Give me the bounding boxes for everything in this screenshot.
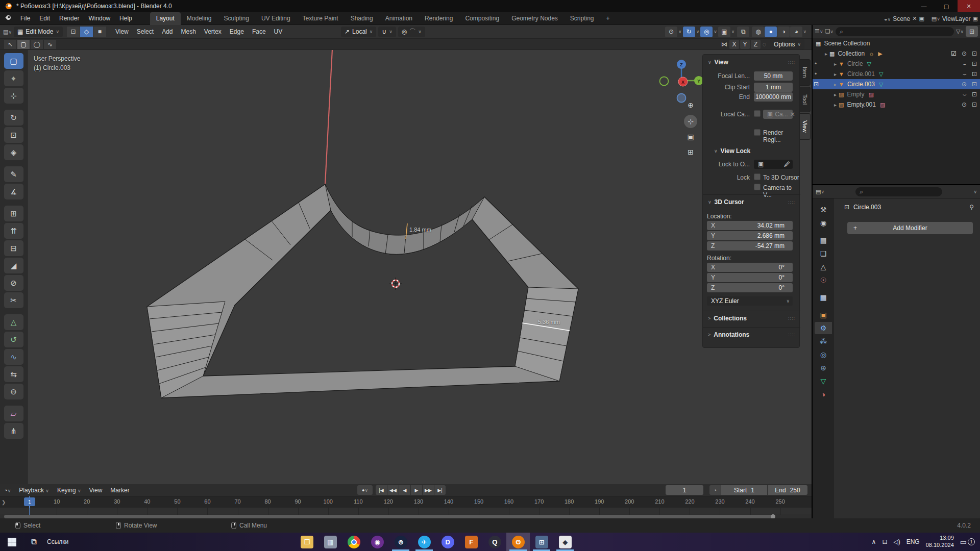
outliner-filter-icon[interactable]: ▽∨ [956,28,964,35]
select-circle-button[interactable]: ◯ [31,40,43,49]
timeline-ruler[interactable]: 1020304050607080901001101201301401501601… [0,496,812,508]
tool-transform[interactable]: ◈ [4,144,23,160]
add-modifier-button[interactable]: + Add Modifier [847,222,973,234]
cursor-location-z-field[interactable]: Z-54.27 mm [707,241,793,251]
focal-length-field[interactable]: 50 mm [754,71,793,81]
viewport-menu-mesh[interactable]: Mesh [177,28,200,35]
gizmo-z-neg-axis[interactable] [677,94,686,103]
outliner-row-empty[interactable]: ▸▨Empty▨⌣⊡ [813,89,980,99]
timeline-scrollbar[interactable] [4,515,774,518]
workspace-tab-shading[interactable]: Shading [345,12,379,25]
select-box-button[interactable]: ▢ [17,40,30,49]
viewport-menu-uv[interactable]: UV [270,28,287,35]
snap-dropdown[interactable]: ∪∨ [378,27,396,37]
viewport-menu-view[interactable]: View [111,28,133,35]
tab-collection[interactable]: ▦ [815,291,832,304]
shading-solid-button[interactable]: ● [765,27,777,37]
tool-measure[interactable]: ∡ [4,184,23,199]
tool-scale[interactable]: ⊡ [4,127,23,143]
taskbar-app-discord[interactable]: D [436,533,459,551]
taskbar-app-defender-shield[interactable]: ◆ [553,533,577,551]
hide-viewport-eye-icon[interactable]: ⊙ [962,50,967,57]
scene-name[interactable]: Scene [893,15,910,22]
outliner-item-label[interactable]: Scene Collection [824,40,870,47]
show-visibility-dropdown[interactable]: ⊙ [665,27,677,37]
viewport-menu-select[interactable]: Select [133,28,158,35]
tool-inset[interactable]: ⊟ [4,240,23,256]
local-camera-field[interactable]: ▣Ca...✕ [763,110,793,119]
tab-constraints[interactable]: ⊕ [815,362,832,374]
navigation-gizmo[interactable]: Z Y X [653,54,709,105]
outliner-display-mode-icon[interactable]: ❏∨ [825,28,833,35]
overlays-toggle[interactable]: ◎ [700,27,713,37]
viewport-zoom-icon[interactable]: ⊕ [684,98,697,112]
viewport-menu-edge[interactable]: Edge [226,28,248,35]
frame-start-field[interactable]: Start1 [721,485,767,495]
snap-target-icon[interactable]: ◌ [763,41,766,48]
viewport-menu-vertex[interactable]: Vertex [200,28,226,35]
tool-cursor[interactable]: ⌖ [4,70,23,86]
disable-render-camera-icon[interactable]: ⊡ [972,91,977,98]
workspace-tab-rendering[interactable]: Rendering [419,12,459,25]
auto-keying-button[interactable]: ●∨ [357,485,373,495]
expand-arrow-icon[interactable]: ▸ [834,61,837,67]
taskbar-app-remote-pc[interactable]: ⊞ [530,533,553,551]
start-button[interactable] [0,533,23,551]
xray-toggle[interactable]: ▣ [718,27,730,37]
playback-button-3[interactable]: ▶ [411,485,422,495]
disable-render-camera-icon[interactable]: ⊡ [972,81,977,88]
viewport-ortho-icon[interactable]: ⊞ [684,145,697,159]
tool-extrude[interactable]: ⇈ [4,223,23,239]
tool-rip-region[interactable]: ⋔ [4,423,23,439]
scene-unlink-icon[interactable]: ✕ [912,15,917,22]
sidebar-tab-tool[interactable]: Tool [800,87,811,112]
outliner-row-circle[interactable]: •▸▼Circle▽⌣⊡ [813,59,980,69]
scene-new-icon[interactable]: ▣ [919,15,924,22]
tab-particles[interactable]: ⁂ [815,335,832,347]
shading-rendered-button[interactable]: ◕ [790,27,802,37]
playback-button-0[interactable]: |◀ [376,485,387,495]
editor-type-icon[interactable]: ▤∨ [3,29,12,35]
taskbar-app-steam[interactable]: ⊚ [389,533,412,551]
expand-arrow-icon[interactable]: ▸ [825,51,827,57]
properties-options-icon[interactable]: ∨ [973,189,977,194]
current-frame-field[interactable]: 1 [666,485,703,495]
3d-viewport[interactable]: User Perspective (1) Circle.003 [28,50,812,484]
tool-loop-cut[interactable]: ⊘ [4,275,23,291]
cursor-rotation-y-field[interactable]: Y0° [707,273,793,282]
outliner-item-label[interactable]: Circle.003 [847,81,875,88]
tab-object[interactable]: ▣ [815,309,832,321]
tool-poly-build[interactable]: △ [4,314,23,330]
rotation-order-dropdown[interactable]: XYZ Euler∨ [707,296,793,306]
expand-arrow-icon[interactable]: ▸ [834,82,837,87]
expand-arrow-icon[interactable]: ▸ [834,71,837,77]
workspace-tab-compositing[interactable]: Compositing [459,12,505,25]
taskview-button[interactable]: ⧉ [23,533,44,551]
sidebar-tab-view[interactable]: View [800,113,811,140]
clip-end-field[interactable]: 1000000 mm [754,92,793,102]
cursor-location-x-field[interactable]: X34.02 mm [707,221,793,230]
expand-arrow-icon[interactable]: ▸ [834,92,837,97]
select-lasso-button[interactable]: ∿ [44,40,56,49]
use-preview-range-icon[interactable]: ◔ [709,485,721,495]
workspace-tab-uv-editing[interactable]: UV Editing [255,12,297,25]
outliner-item-label[interactable]: Empty.001 [847,101,875,108]
cursor-section-header[interactable]: 3D Cursor [715,198,744,206]
scene-browse-icon[interactable]: ◒∨ [884,16,891,22]
tool-knife[interactable]: ✂ [4,292,23,308]
mirror-axis-y[interactable]: Y [740,40,750,49]
outliner-row-circle-001[interactable]: •▸▼Circle.001▽⌣⊡ [813,69,980,79]
disable-render-camera-icon[interactable]: ⊡ [972,101,977,108]
outliner-search-input[interactable]: ⌕ [836,27,954,36]
select-mode-face[interactable]: ■ [93,27,106,37]
mesh-object[interactable] [147,184,578,398]
menu-render[interactable]: Render [55,12,84,25]
view-section-header[interactable]: View [715,59,728,66]
viewlayer-browse-icon[interactable]: ▤∨ [932,15,940,22]
to-3d-cursor-checkbox[interactable] [754,173,761,180]
taskbar-app-telegram[interactable]: ✈ [412,533,436,551]
timeline-menu-playback[interactable]: Playback ∨ [15,487,53,494]
taskbar-app-bittorrent[interactable]: ◉ [365,533,389,551]
tab-physics[interactable]: ◎ [815,348,832,361]
proportional-edit-dropdown[interactable]: ◎ ⌒∨ [398,27,425,37]
